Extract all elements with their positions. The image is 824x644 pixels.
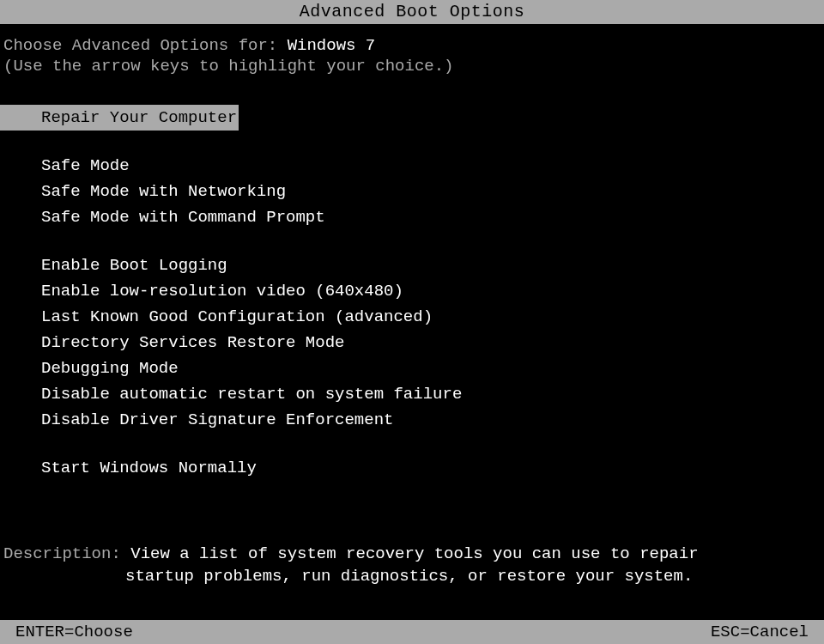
title-bar: Advanced Boot Options [0, 0, 824, 24]
footer-enter-hint: ENTER=Choose [15, 620, 133, 644]
menu-group-normal: Start Windows Normally [0, 455, 824, 481]
menu-item-debugging-mode[interactable]: Debugging Mode [0, 355, 824, 381]
boot-menu[interactable]: Repair Your Computer Safe Mode Safe Mode… [0, 105, 824, 481]
description-block: Description: View a list of system recov… [3, 544, 821, 589]
description-text-line2: startup problems, run diagnostics, or re… [3, 563, 821, 589]
menu-item-disable-driver-signature[interactable]: Disable Driver Signature Enforcement [0, 407, 824, 433]
menu-item-repair-your-computer[interactable]: Repair Your Computer [0, 105, 239, 131]
header-line: Choose Advanced Options for: Windows 7 [0, 24, 824, 55]
menu-item-enable-boot-logging[interactable]: Enable Boot Logging [0, 252, 824, 278]
footer-bar: ENTER=Choose ESC=Cancel [0, 620, 824, 644]
menu-item-disable-auto-restart[interactable]: Disable automatic restart on system fail… [0, 381, 824, 407]
content-area: Choose Advanced Options for: Windows 7 (… [0, 24, 824, 481]
description-text-line1: View a list of system recovery tools you… [130, 544, 698, 563]
header-prefix: Choose Advanced Options for: [3, 36, 288, 55]
screen-title: Advanced Boot Options [300, 2, 525, 21]
footer-esc-hint: ESC=Cancel [711, 620, 809, 644]
menu-item-safe-mode-command-prompt[interactable]: Safe Mode with Command Prompt [0, 204, 824, 230]
menu-item-safe-mode-networking[interactable]: Safe Mode with Networking [0, 179, 824, 204]
menu-group-advanced: Enable Boot Logging Enable low-resolutio… [0, 252, 824, 433]
menu-item-enable-low-res-video[interactable]: Enable low-resolution video (640x480) [0, 278, 824, 304]
menu-item-directory-services-restore[interactable]: Directory Services Restore Mode [0, 330, 824, 355]
menu-item-start-windows-normally[interactable]: Start Windows Normally [0, 455, 824, 481]
menu-group-safemode: Safe Mode Safe Mode with Networking Safe… [0, 153, 824, 230]
description-label: Description: [3, 544, 130, 563]
instruction-text: (Use the arrow keys to highlight your ch… [0, 55, 824, 76]
menu-item-safe-mode[interactable]: Safe Mode [0, 153, 824, 179]
os-name: Windows 7 [288, 36, 376, 55]
menu-group-repair: Repair Your Computer [0, 105, 824, 131]
menu-item-last-known-good-config[interactable]: Last Known Good Configuration (advanced) [0, 304, 824, 330]
